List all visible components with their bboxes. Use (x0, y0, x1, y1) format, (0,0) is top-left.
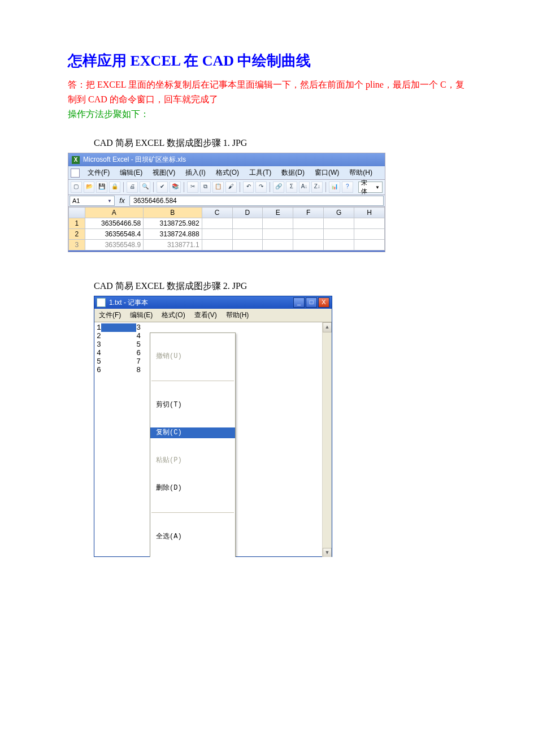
np-menu-edit[interactable]: 编辑(E) (128, 310, 155, 321)
context-menu: 撤销(U) 剪切(T) 复制(C) 粘贴(P) 删除(D) 全选(A) 从右到左… (150, 332, 236, 557)
cell[interactable] (293, 240, 324, 250)
cell[interactable]: 3138771.1 (144, 240, 202, 250)
menu-separator (151, 381, 234, 381)
cell[interactable] (232, 229, 263, 240)
preview-icon[interactable]: 🔍 (140, 182, 151, 193)
save-icon[interactable]: 💾 (96, 182, 107, 193)
menu-format[interactable]: 格式(O) (214, 167, 241, 178)
cell[interactable] (324, 218, 354, 229)
sort-desc-icon[interactable]: Z↓ (311, 182, 323, 193)
menu-edit[interactable]: 编辑(E) (118, 167, 145, 178)
scroll-down-icon[interactable]: ▼ (323, 548, 332, 557)
spell-icon[interactable]: ✔ (157, 182, 168, 193)
col-header-C[interactable]: C (202, 208, 232, 218)
scroll-up-icon[interactable]: ▲ (323, 322, 332, 332)
menu-view[interactable]: 视图(V) (150, 167, 177, 178)
col-header-A[interactable]: A (85, 208, 144, 218)
paste-icon[interactable]: 📋 (212, 182, 224, 193)
cell[interactable]: 36356548.9 (85, 240, 144, 250)
cell[interactable] (202, 218, 232, 229)
autosum-icon[interactable]: Σ (286, 182, 297, 193)
menu-insert[interactable]: 插入(I) (183, 167, 207, 178)
maximize-button[interactable]: □ (306, 297, 317, 308)
ctx-paste[interactable]: 粘贴(P) (150, 455, 235, 466)
excel-titlebar: X Microsoft Excel - 田坝矿区坐标.xls (68, 153, 385, 166)
cell[interactable] (354, 229, 385, 240)
notepad-textarea[interactable]: 1 3 2 4 3 5 4 6 5 7 6 8 撤销(U) 剪切(T) 复制(C… (94, 322, 322, 557)
ctx-select-all[interactable]: 全选(A) (150, 532, 235, 542)
cell[interactable] (293, 218, 324, 229)
undo-icon[interactable]: ↶ (243, 182, 254, 193)
cell[interactable] (232, 218, 263, 229)
col-header-D[interactable]: D (232, 208, 263, 218)
col-header-H[interactable]: H (354, 208, 385, 218)
row-header[interactable]: 3 (69, 240, 85, 250)
menu-window[interactable]: 窗口(W) (312, 167, 341, 178)
minimize-button[interactable]: _ (293, 297, 305, 308)
ctx-undo[interactable]: 撤销(U) (150, 351, 235, 362)
copy-icon[interactable]: ⧉ (200, 182, 211, 193)
excel-window-bottom-border (68, 250, 385, 252)
formula-input[interactable]: 36356466.584 (129, 196, 384, 206)
research-icon[interactable]: 📚 (170, 182, 181, 193)
cell[interactable] (324, 240, 354, 250)
cell[interactable] (354, 218, 385, 229)
cell[interactable]: 3138724.888 (144, 229, 202, 240)
cell[interactable] (324, 229, 354, 240)
notepad-window-title: 1.txt - 记事本 (109, 298, 148, 308)
toolbar-separator (270, 182, 270, 192)
menu-help[interactable]: 帮助(H) (347, 167, 375, 178)
scrollbar-track[interactable] (323, 332, 332, 548)
cut-icon[interactable]: ✂ (187, 182, 198, 193)
fx-icon[interactable]: fx (116, 195, 128, 206)
menu-file[interactable]: 文件(F) (85, 167, 112, 178)
np-menu-help[interactable]: 帮助(H) (224, 310, 251, 321)
open-icon[interactable]: 📂 (84, 182, 95, 193)
np-menu-format[interactable]: 格式(O) (159, 310, 187, 321)
cell[interactable]: 3138725.982 (144, 218, 202, 229)
ctx-delete[interactable]: 删除(D) (150, 483, 235, 494)
close-button[interactable]: X (318, 297, 329, 308)
table-row[interactable]: 2 36356548.4 3138724.888 (69, 229, 385, 240)
ctx-copy[interactable]: 复制(C) (150, 427, 235, 438)
table-row[interactable]: 1 36356466.58 3138725.982 (69, 218, 385, 229)
menu-data[interactable]: 数据(D) (279, 167, 307, 178)
cell[interactable]: 36356548.4 (85, 229, 144, 240)
spreadsheet-grid[interactable]: A B C D E F G H 1 36356466.58 3138725.98… (68, 207, 385, 250)
link-icon[interactable]: 🔗 (273, 182, 284, 193)
cell[interactable] (202, 240, 232, 250)
cell[interactable] (263, 240, 293, 250)
table-row[interactable]: 3 36356548.9 3138771.1 (69, 240, 385, 250)
np-menu-file[interactable]: 文件(F) (97, 310, 123, 321)
cell[interactable] (263, 229, 293, 240)
help-icon[interactable]: ? (342, 182, 353, 193)
menu-tools[interactable]: 工具(T) (247, 167, 273, 178)
cell[interactable] (232, 240, 263, 250)
cell[interactable] (263, 218, 293, 229)
chart-icon[interactable]: 📊 (329, 182, 340, 193)
print-icon[interactable]: 🖨 (127, 182, 138, 193)
col-header-B[interactable]: B (144, 208, 202, 218)
format-painter-icon[interactable]: 🖌 (225, 182, 237, 193)
select-all-corner[interactable] (69, 208, 85, 218)
row-header[interactable]: 1 (69, 218, 85, 229)
ctx-cut[interactable]: 剪切(T) (150, 400, 235, 411)
vertical-scrollbar[interactable]: ▲ ▼ (322, 322, 332, 557)
toolbar-separator (123, 182, 124, 192)
col-header-G[interactable]: G (324, 208, 354, 218)
cell[interactable] (354, 240, 385, 250)
name-box[interactable]: A1 ▼ (70, 196, 115, 206)
cell[interactable] (202, 229, 232, 240)
sort-asc-icon[interactable]: A↓ (299, 182, 310, 193)
font-selector[interactable]: 宋体 ▼ (358, 182, 383, 193)
cell[interactable]: 36356466.58 (85, 218, 144, 229)
col-header-F[interactable]: F (293, 208, 324, 218)
col-header-E[interactable]: E (263, 208, 293, 218)
cell[interactable] (293, 229, 324, 240)
np-menu-view[interactable]: 查看(V) (192, 310, 219, 321)
new-icon[interactable]: ▢ (71, 182, 82, 193)
redo-icon[interactable]: ↷ (255, 182, 267, 193)
row-header[interactable]: 2 (69, 229, 85, 240)
perm-icon[interactable]: 🔒 (109, 182, 120, 193)
workbook-icon[interactable] (71, 169, 80, 178)
